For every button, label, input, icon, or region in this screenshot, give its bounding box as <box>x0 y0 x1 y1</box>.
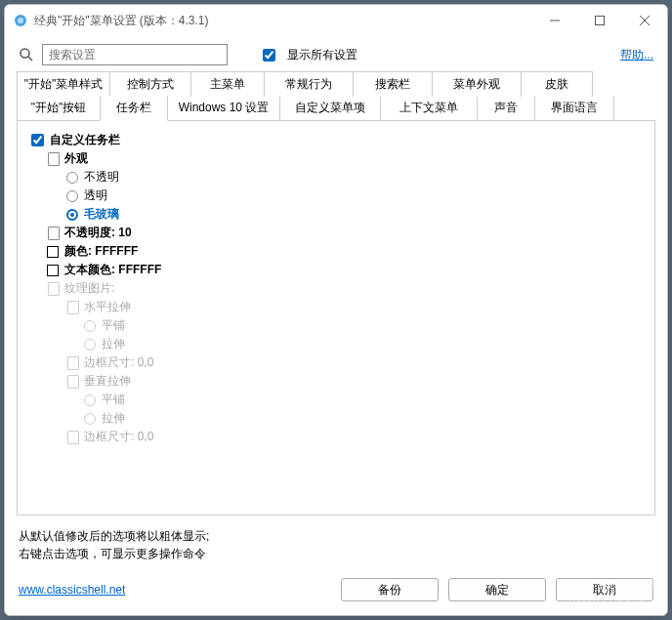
opt-stretch-h[interactable]: 拉伸 <box>25 335 647 353</box>
radio-icon <box>84 320 96 332</box>
radio-icon <box>84 339 96 351</box>
hint-line2: 右键点击选项，可显示更多操作命令 <box>19 545 653 562</box>
content-panel: 自定义任务栏 外观 不透明 透明 毛玻璃 不透明度: 10 <box>17 120 655 516</box>
show-all-label: 显示所有设置 <box>287 47 357 63</box>
help-link[interactable]: 帮助... <box>620 47 653 63</box>
backup-button[interactable]: 备份 <box>341 578 439 601</box>
svg-rect-3 <box>596 17 605 25</box>
hint-text: 从默认值修改后的选项将以粗体显示; 右键点击选项，可显示更多操作命令 <box>5 523 667 572</box>
opt-appearance-label: 外观 <box>64 150 88 167</box>
opt-opacity-label: 不透明度: 10 <box>64 225 132 241</box>
opt-border-h-label: 边框尺寸: 0,0 <box>84 354 153 371</box>
tab-bar: "开始"菜单样式 控制方式 主菜单 常规行为 搜索栏 菜单外观 皮肤 "开始"按… <box>5 71 667 120</box>
opt-stretch-h-label: 拉伸 <box>102 336 125 352</box>
opt-customize-taskbar-label: 自定义任务栏 <box>50 132 120 148</box>
settings-window: 经典"开始"菜单设置 (版本：4.3.1) 显示所有设置 帮助... "开始"菜… <box>4 4 668 616</box>
opt-glass-label: 毛玻璃 <box>84 206 119 223</box>
doc-icon <box>66 301 80 314</box>
opt-opaque-label: 不透明 <box>84 169 119 186</box>
opt-stretch-v-label: 拉伸 <box>102 410 125 427</box>
tab-search-bar[interactable]: 搜索栏 <box>353 71 433 97</box>
tab-start-button[interactable]: "开始"按钮 <box>17 96 101 121</box>
doc-icon <box>66 431 80 444</box>
opt-customize-taskbar-check[interactable] <box>31 134 44 146</box>
opt-border-v[interactable]: 边框尺寸: 0,0 <box>25 428 647 446</box>
tab-win10[interactable]: Windows 10 设置 <box>167 96 280 121</box>
opt-color[interactable]: 颜色: FFFFFF <box>25 242 647 261</box>
svg-point-1 <box>18 18 23 23</box>
color-swatch-icon <box>47 265 59 276</box>
opt-customize-taskbar[interactable]: 自定义任务栏 <box>25 131 647 149</box>
minimize-button[interactable] <box>532 5 577 36</box>
close-button[interactable] <box>622 5 667 36</box>
opt-opacity[interactable]: 不透明度: 10 <box>25 224 647 242</box>
opt-vstretch-label: 垂直拉伸 <box>84 373 131 390</box>
radio-icon <box>66 190 78 202</box>
tab-sounds[interactable]: 声音 <box>477 96 535 121</box>
opt-border-h[interactable]: 边框尺寸: 0,0 <box>25 353 647 372</box>
opt-tile-h[interactable]: 平铺 <box>25 316 647 335</box>
opt-vstretch[interactable]: 垂直拉伸 <box>25 372 647 391</box>
opt-stretch-v[interactable]: 拉伸 <box>25 409 647 428</box>
opt-hstretch[interactable]: 水平拉伸 <box>25 298 647 316</box>
opt-texture[interactable]: 纹理图片: <box>25 279 647 298</box>
show-all-checkbox[interactable] <box>263 49 275 62</box>
doc-icon <box>47 282 61 296</box>
search-icon <box>19 47 34 62</box>
radio-selected-icon <box>66 209 78 221</box>
tab-context-menu[interactable]: 上下文菜单 <box>380 96 478 121</box>
opt-tile-v-label: 平铺 <box>102 392 125 408</box>
website-link[interactable]: www.classicshell.net <box>19 583 125 597</box>
radio-icon <box>84 394 96 406</box>
tab-language[interactable]: 界面语言 <box>534 96 614 121</box>
radio-icon <box>66 172 78 184</box>
footer: www.classicshell.net 备份 确定 取消 <box>5 572 667 615</box>
opt-appearance[interactable]: 外观 <box>25 149 647 168</box>
window-controls <box>532 5 667 36</box>
opt-textcolor-label: 文本颜色: FFFFFF <box>64 262 161 278</box>
search-input[interactable] <box>42 44 228 65</box>
tab-taskbar[interactable]: 任务栏 <box>100 96 168 121</box>
svg-line-7 <box>28 57 32 61</box>
opt-tile-h-label: 平铺 <box>102 317 125 334</box>
doc-icon <box>66 356 80 370</box>
maximize-button[interactable] <box>577 5 622 36</box>
opt-texture-label: 纹理图片: <box>64 280 114 297</box>
doc-icon <box>47 152 61 166</box>
app-icon <box>13 13 28 28</box>
opt-hstretch-label: 水平拉伸 <box>84 299 131 315</box>
opt-transparent-label: 透明 <box>84 187 107 204</box>
doc-icon <box>47 227 61 240</box>
tab-skin[interactable]: 皮肤 <box>521 71 593 97</box>
opt-glass[interactable]: 毛玻璃 <box>25 205 647 224</box>
cancel-button[interactable]: 取消 <box>556 578 653 601</box>
options-tree: 自定义任务栏 外观 不透明 透明 毛玻璃 不透明度: 10 <box>25 131 647 446</box>
svg-point-6 <box>21 49 29 58</box>
tab-custom-items[interactable]: 自定义菜单项 <box>279 96 381 121</box>
tab-start-style[interactable]: "开始"菜单样式 <box>17 71 110 97</box>
hint-line1: 从默认值修改后的选项将以粗体显示; <box>19 527 653 545</box>
color-swatch-icon <box>47 246 59 258</box>
opt-transparent[interactable]: 透明 <box>25 186 647 205</box>
window-title: 经典"开始"菜单设置 (版本：4.3.1) <box>34 13 532 29</box>
tab-control[interactable]: 控制方式 <box>109 71 191 97</box>
ok-button[interactable]: 确定 <box>448 578 546 601</box>
opt-textcolor[interactable]: 文本颜色: FFFFFF <box>25 261 647 279</box>
titlebar: 经典"开始"菜单设置 (版本：4.3.1) <box>5 5 667 36</box>
opt-color-label: 颜色: FFFFFF <box>64 243 138 260</box>
doc-icon <box>66 375 80 389</box>
radio-icon <box>84 413 96 425</box>
opt-opaque[interactable]: 不透明 <box>25 168 647 186</box>
tab-main-menu[interactable]: 主菜单 <box>190 71 265 97</box>
opt-border-v-label: 边框尺寸: 0,0 <box>84 429 153 445</box>
tab-menu-look[interactable]: 菜单外观 <box>432 71 522 97</box>
toolbar: 显示所有设置 帮助... <box>5 36 667 71</box>
opt-tile-v[interactable]: 平铺 <box>25 391 647 409</box>
tab-behavior[interactable]: 常规行为 <box>264 71 354 97</box>
